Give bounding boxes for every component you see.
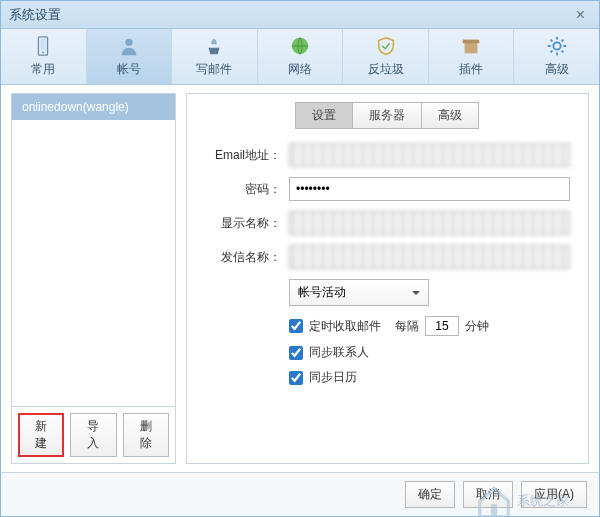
ok-button[interactable]: 确定 — [405, 481, 455, 508]
close-icon[interactable]: × — [570, 6, 591, 24]
tab-advanced[interactable]: 高级 — [421, 102, 479, 129]
sync-calendar-label: 同步日历 — [309, 369, 357, 386]
fetch-mail-label: 定时收取邮件 — [309, 318, 381, 335]
toolbar-account[interactable]: 帐号 — [87, 29, 173, 84]
display-name-field[interactable] — [289, 211, 570, 235]
new-account-button[interactable]: 新建 — [18, 413, 64, 457]
password-label: 密码： — [205, 181, 281, 198]
account-activity-select[interactable]: 帐号活动 — [289, 279, 429, 306]
interval-field[interactable] — [425, 316, 459, 336]
account-actions: 新建 导入 删除 — [12, 406, 175, 463]
toolbar-antispam[interactable]: 反垃圾 — [343, 29, 429, 84]
cancel-button[interactable]: 取消 — [463, 481, 513, 508]
account-form: Email地址： 密码： 显示名称： 发信名称： 帐号活动 — [187, 133, 588, 404]
box-icon — [460, 35, 482, 57]
dialog-footer: 确定 取消 应用(A) 系统之家 — [1, 472, 599, 516]
apply-button[interactable]: 应用(A) — [521, 481, 587, 508]
toolbar: 常用 帐号 写邮件 网络 反垃圾 插件 高级 — [1, 29, 599, 85]
toolbar-label: 网络 — [288, 61, 312, 78]
sync-contacts-label: 同步联系人 — [309, 344, 369, 361]
svg-rect-5 — [465, 42, 478, 53]
tab-settings[interactable]: 设置 — [295, 102, 353, 129]
tab-bar: 设置 服务器 高级 — [187, 94, 588, 133]
email-field[interactable] — [289, 143, 570, 167]
settings-panel: 设置 服务器 高级 Email地址： 密码： 显示名称： 发信名称 — [186, 93, 589, 464]
account-list[interactable]: onlinedown(wangle) — [12, 94, 175, 406]
toolbar-label: 帐号 — [117, 61, 141, 78]
person-icon — [118, 35, 140, 57]
password-field[interactable] — [289, 177, 570, 201]
toolbar-plugin[interactable]: 插件 — [429, 29, 515, 84]
toolbar-label: 插件 — [459, 61, 483, 78]
toolbar-general[interactable]: 常用 — [1, 29, 87, 84]
toolbar-label: 反垃圾 — [368, 61, 404, 78]
tab-server[interactable]: 服务器 — [352, 102, 422, 129]
fetch-mail-checkbox[interactable] — [289, 319, 303, 333]
sender-name-field[interactable] — [289, 245, 570, 269]
content-area: onlinedown(wangle) 新建 导入 删除 设置 服务器 高级 Em… — [1, 85, 599, 472]
toolbar-label: 常用 — [31, 61, 55, 78]
svg-rect-1 — [41, 39, 47, 50]
account-list-panel: onlinedown(wangle) 新建 导入 删除 — [11, 93, 176, 464]
gear-icon — [546, 35, 568, 57]
interval-prefix: 每隔 — [395, 318, 419, 335]
inkwell-icon — [203, 35, 225, 57]
import-account-button[interactable]: 导入 — [70, 413, 116, 457]
phone-icon — [32, 35, 54, 57]
sync-calendar-checkbox[interactable] — [289, 371, 303, 385]
toolbar-compose[interactable]: 写邮件 — [172, 29, 258, 84]
email-label: Email地址： — [205, 147, 281, 164]
toolbar-label: 高级 — [545, 61, 569, 78]
sync-contacts-checkbox[interactable] — [289, 346, 303, 360]
svg-rect-6 — [463, 40, 480, 44]
svg-point-7 — [553, 42, 560, 49]
interval-suffix: 分钟 — [465, 318, 489, 335]
svg-point-3 — [125, 39, 132, 46]
sender-name-label: 发信名称： — [205, 249, 281, 266]
settings-window: 系统设置 × 常用 帐号 写邮件 网络 反垃圾 插件 高级 — [0, 0, 600, 517]
svg-point-2 — [42, 52, 44, 54]
shield-icon — [375, 35, 397, 57]
account-item[interactable]: onlinedown(wangle) — [12, 94, 175, 120]
globe-icon — [289, 35, 311, 57]
toolbar-network[interactable]: 网络 — [258, 29, 344, 84]
window-title: 系统设置 — [9, 6, 570, 24]
toolbar-label: 写邮件 — [196, 61, 232, 78]
titlebar: 系统设置 × — [1, 1, 599, 29]
delete-account-button[interactable]: 删除 — [123, 413, 169, 457]
toolbar-advanced[interactable]: 高级 — [514, 29, 599, 84]
display-name-label: 显示名称： — [205, 215, 281, 232]
